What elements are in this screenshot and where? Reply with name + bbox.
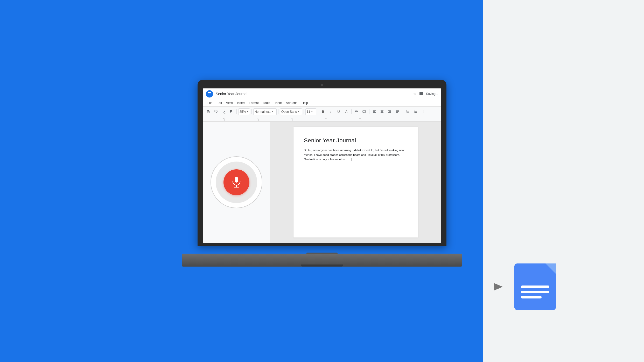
svg-rect-11 [230, 112, 232, 112]
toolbar-separator-4 [304, 109, 304, 114]
svg-rect-19 [381, 112, 383, 112]
svg-rect-23 [388, 112, 391, 113]
voice-outer-circle [211, 156, 262, 208]
svg-text:2: 2 [257, 117, 258, 120]
menu-tools[interactable]: Tools [261, 100, 272, 106]
zoom-value: 85% [240, 110, 246, 114]
svg-rect-12 [363, 110, 366, 113]
align-center-button[interactable] [379, 108, 386, 115]
voice-mic-button[interactable] [223, 169, 249, 195]
underline-button[interactable]: U [335, 108, 342, 115]
voice-typing-panel [203, 122, 270, 243]
svg-rect-4 [521, 291, 549, 293]
redo-button[interactable] [220, 108, 227, 115]
font-size-dropdown-arrow: ▼ [311, 110, 313, 113]
toolbar-separator-1 [236, 109, 237, 114]
svg-rect-22 [389, 112, 391, 112]
menu-view[interactable]: View [225, 100, 234, 106]
font-size-select[interactable]: 11 ▼ [305, 108, 316, 115]
ruler-content: 1 2 3 4 5 [205, 117, 439, 121]
svg-rect-8 [207, 112, 209, 113]
webcam [321, 84, 323, 86]
font-family-select[interactable]: Open Sans ▼ [280, 108, 302, 115]
saving-status: Saving... [426, 92, 438, 96]
svg-rect-35 [415, 112, 417, 113]
svg-rect-3 [521, 286, 549, 288]
google-docs-icon[interactable] [514, 263, 556, 310]
toolbar: 85% ▼ Normal text ▼ Open Sans ▼ [203, 107, 441, 117]
laptop-base-notch [301, 264, 343, 267]
svg-rect-16 [373, 112, 375, 112]
menu-addons[interactable]: Add-ons [284, 100, 299, 106]
list-button[interactable] [412, 108, 419, 115]
menu-format[interactable]: Format [247, 100, 260, 106]
style-value: Normal text [255, 110, 270, 114]
align-right-button[interactable] [387, 108, 393, 115]
svg-rect-25 [396, 112, 399, 112]
svg-rect-46 [235, 177, 238, 183]
svg-rect-20 [381, 112, 383, 113]
svg-point-34 [414, 112, 415, 113]
link-button[interactable] [353, 108, 360, 115]
svg-rect-21 [388, 110, 391, 111]
line-spacing-button[interactable] [404, 108, 411, 115]
font-size-value: 11 [307, 110, 310, 114]
comment-button[interactable] [361, 108, 368, 115]
document-heading[interactable]: Senior Year Journal [304, 137, 408, 144]
svg-rect-15 [373, 110, 376, 111]
toolbar-separator-3 [278, 109, 278, 114]
voice-mid-circle [216, 162, 257, 203]
laptop-base [182, 254, 462, 267]
menu-edit[interactable]: Edit [215, 100, 223, 106]
svg-rect-18 [381, 110, 383, 111]
align-left-button[interactable] [371, 108, 378, 115]
svg-rect-26 [396, 112, 398, 113]
ruler: 1 2 3 4 5 [203, 117, 441, 122]
undo-button[interactable] [213, 108, 219, 115]
menu-insert[interactable]: Insert [235, 100, 246, 106]
star-icon[interactable]: ☆ [413, 92, 417, 96]
zoom-select[interactable]: 85% ▼ [238, 108, 250, 115]
document-page-container: Senior Year Journal So far, senior year … [270, 122, 441, 243]
menubar: File Edit View Insert Format Tools Table… [203, 99, 441, 107]
svg-text:3: 3 [291, 117, 293, 120]
svg-rect-9 [230, 110, 232, 112]
svg-text:5: 5 [359, 117, 361, 120]
arrow-docs-group [491, 263, 556, 310]
toolbar-separator-5 [318, 109, 318, 114]
document-title[interactable]: Senior Year Journal [216, 92, 411, 96]
toolbar-separator-7 [369, 109, 369, 114]
folder-icon[interactable] [419, 92, 423, 96]
toolbar-separator-2 [251, 109, 252, 114]
style-dropdown-arrow: ▼ [271, 110, 273, 113]
svg-rect-10 [230, 112, 231, 113]
bold-button[interactable]: B [320, 108, 326, 115]
document-page[interactable]: Senior Year Journal So far, senior year … [293, 127, 418, 238]
italic-button[interactable]: I [327, 108, 334, 115]
hamburger-icon [208, 92, 211, 95]
more-options-button[interactable]: ⋮ [420, 108, 427, 115]
svg-rect-5 [521, 296, 542, 298]
content-area: Senior Year Journal So far, senior year … [203, 122, 441, 243]
text-color-button[interactable]: A [343, 108, 350, 115]
svg-rect-7 [207, 110, 209, 112]
menu-file[interactable]: File [206, 100, 214, 106]
svg-rect-17 [373, 112, 376, 113]
svg-text:1: 1 [222, 117, 224, 120]
justify-button[interactable] [394, 108, 401, 115]
print-button[interactable] [205, 108, 212, 115]
toolbar-separator-6 [351, 109, 352, 114]
menu-help[interactable]: Help [300, 100, 310, 106]
svg-point-30 [414, 111, 415, 111]
menu-table[interactable]: Table [273, 100, 283, 106]
font-value: Open Sans [281, 110, 297, 114]
paint-format-button[interactable] [228, 108, 235, 115]
text-color-icon: A [345, 110, 347, 114]
document-body[interactable]: So far, senior year has been amazing. I … [304, 148, 408, 162]
paragraph-style-select[interactable]: Normal text ▼ [253, 108, 277, 115]
svg-text:4: 4 [325, 117, 327, 120]
svg-point-32 [414, 112, 415, 112]
svg-rect-31 [415, 111, 417, 111]
hamburger-button[interactable] [206, 90, 213, 98]
laptop-screen: Senior Year Journal ☆ Saving... File Edi… [203, 88, 441, 243]
